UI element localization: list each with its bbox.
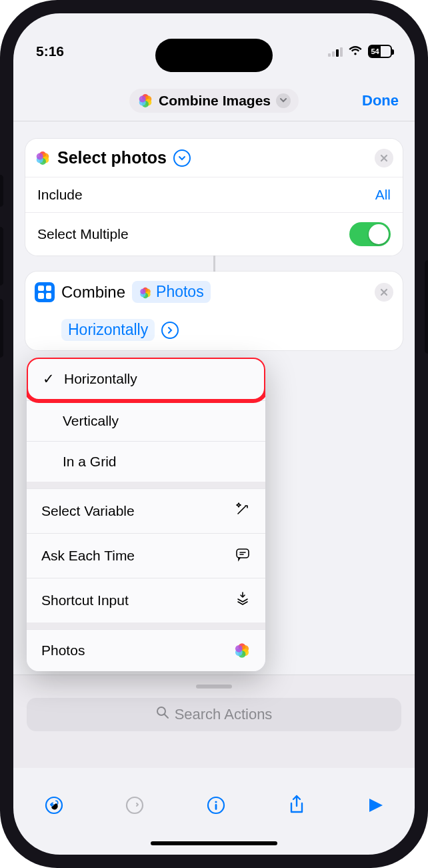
menu-item-vertically[interactable]: Vertically — [27, 400, 265, 441]
toggle-on[interactable] — [349, 222, 391, 246]
menu-item-horizontally[interactable]: ✓ Horizontally — [28, 359, 264, 399]
photos-app-icon — [139, 286, 152, 299]
home-indicator[interactable] — [151, 841, 277, 845]
search-actions-field[interactable]: Search Actions — [27, 698, 401, 731]
search-icon — [156, 706, 169, 723]
menu-item-label: Ask Each Time — [41, 548, 135, 564]
param-row-select-multiple: Select Multiple — [25, 212, 403, 256]
photos-app-icon — [137, 93, 153, 109]
flow-connector — [213, 256, 215, 272]
param-label: Select Multiple — [37, 226, 129, 242]
mode-picker-popover: ✓ Horizontally Vertically In a Grid — [27, 358, 265, 671]
battery-icon: 54 — [368, 45, 392, 58]
svg-point-29 — [215, 801, 217, 803]
menu-item-label: Horizontally — [64, 371, 137, 387]
svg-point-11 — [37, 153, 43, 159]
actions-drawer[interactable]: Search Actions — [13, 675, 415, 768]
menu-item-ask-each-time[interactable]: Ask Each Time — [27, 533, 265, 578]
param-row-include[interactable]: Include All — [25, 177, 403, 212]
svg-point-27 — [127, 797, 143, 813]
menu-separator — [27, 482, 265, 488]
nav-bar: Combine Images Done — [13, 80, 415, 121]
svg-point-25 — [157, 707, 165, 715]
param-value[interactable]: All — [375, 187, 391, 203]
menu-item-label: Vertically — [63, 413, 119, 429]
undo-button[interactable] — [44, 795, 64, 820]
menu-item-select-variable[interactable]: Select Variable — [27, 488, 265, 533]
wand-icon — [235, 501, 251, 521]
battery-level: 54 — [369, 46, 381, 57]
collapse-chevron-icon[interactable] — [173, 149, 191, 167]
run-button[interactable] — [367, 797, 384, 819]
action-card-combine-images[interactable]: Combine Photos Horizontally — [25, 272, 403, 350]
delete-action-button[interactable] — [375, 283, 393, 302]
menu-item-shortcut-input[interactable]: Shortcut Input — [27, 578, 265, 622]
message-icon — [235, 546, 251, 566]
variable-token-mode[interactable]: Horizontally — [61, 319, 155, 341]
token-label: Photos — [156, 283, 204, 301]
svg-point-24 — [235, 645, 243, 653]
menu-item-photos-variable[interactable]: Photos — [27, 629, 265, 671]
action-verb: Combine — [61, 283, 125, 302]
delete-action-button[interactable] — [375, 149, 393, 167]
svg-point-17 — [140, 288, 145, 294]
photos-app-icon — [35, 150, 51, 166]
search-placeholder: Search Actions — [175, 706, 273, 723]
expand-chevron-icon[interactable] — [161, 322, 179, 339]
share-button[interactable] — [287, 795, 306, 821]
combine-images-icon — [35, 282, 55, 302]
checkmark-icon: ✓ — [43, 371, 55, 387]
cellular-icon — [328, 46, 343, 57]
info-button[interactable] — [206, 795, 226, 820]
action-card-select-photos[interactable]: Select photos Include All Select Multi — [25, 139, 403, 256]
menu-separator — [27, 622, 265, 629]
menu-item-label: Select Variable — [41, 503, 135, 519]
editor-toolbar — [13, 787, 415, 828]
drawer-grabber[interactable] — [196, 685, 232, 689]
photos-app-icon — [233, 642, 251, 659]
status-time: 5:16 — [36, 43, 64, 59]
param-label: Include — [37, 187, 83, 203]
status-bar: 5:16 54 — [13, 13, 415, 71]
menu-item-label: Photos — [41, 642, 85, 659]
token-label: Horizontally — [68, 321, 148, 339]
variable-token-photos[interactable]: Photos — [132, 281, 211, 303]
input-stack-icon — [235, 590, 251, 610]
svg-rect-18 — [237, 549, 249, 558]
shortcut-title: Combine Images — [159, 93, 271, 109]
action-title: Select photos — [57, 148, 167, 167]
menu-item-label: In a Grid — [63, 454, 117, 470]
annotation-highlight: ✓ Horizontally — [27, 358, 265, 403]
menu-item-in-a-grid[interactable]: In a Grid — [27, 441, 265, 482]
svg-rect-30 — [215, 804, 217, 810]
wifi-icon — [348, 43, 363, 59]
chevron-down-icon — [276, 93, 291, 108]
shortcut-title-chip[interactable]: Combine Images — [129, 89, 299, 113]
done-button[interactable]: Done — [362, 92, 399, 109]
menu-item-label: Shortcut Input — [41, 592, 129, 608]
svg-point-5 — [139, 95, 146, 102]
redo-button[interactable] — [125, 795, 145, 820]
actions-canvas: Select photos Include All Select Multi — [13, 121, 415, 768]
